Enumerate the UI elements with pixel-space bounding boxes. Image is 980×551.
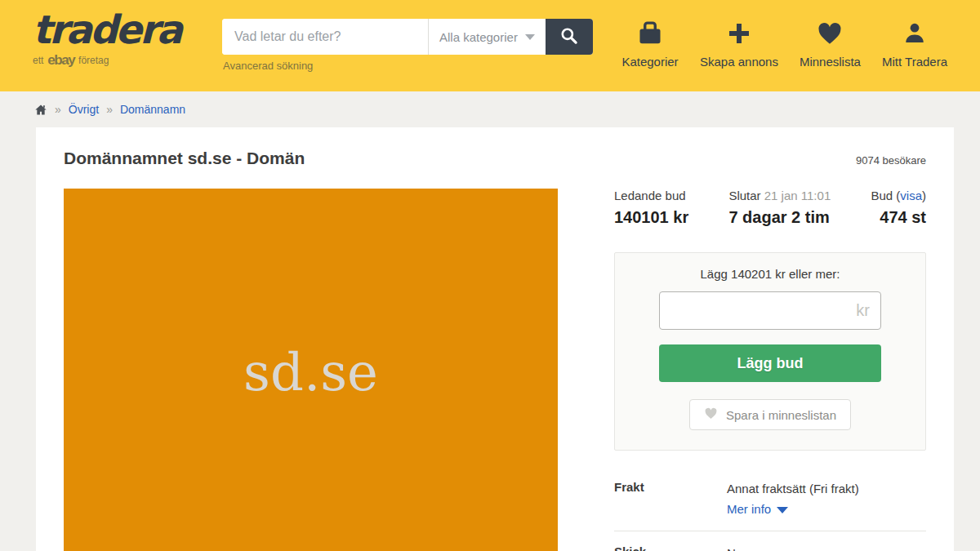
category-dropdown-label: Alla kategorier	[439, 30, 518, 44]
breadcrumb-separator: »	[106, 103, 113, 116]
listing-body: sd.se Ledande bud 140101 kr Slutar 21 ja…	[64, 189, 926, 551]
bid-prompt: Lägg 140201 kr eller mer:	[659, 267, 881, 281]
nav-item-my-tradera[interactable]: Mitt Tradera	[882, 21, 947, 69]
more-info-label: Mer info	[727, 500, 771, 518]
search-button[interactable]	[546, 19, 593, 55]
bids-value: 474 st	[871, 208, 926, 227]
top-navigation: Kategorier Skapa annons Minneslista	[621, 21, 947, 69]
condition-value: Ny	[727, 544, 742, 551]
leading-bid-label: Ledande bud	[614, 189, 688, 202]
save-button-label: Spara i minneslistan	[726, 408, 836, 422]
show-bids-link[interactable]: visa	[900, 189, 922, 202]
bid-amount-input[interactable]	[659, 291, 881, 330]
nav-label-my-tradera: Mitt Tradera	[882, 55, 947, 69]
search-bar: Alla kategorier	[222, 19, 593, 55]
listing-image-text: sd.se	[64, 342, 558, 402]
ends-time: 21 jan 11:01	[764, 189, 831, 202]
shipping-value: Annat fraktsätt (Fri frakt)	[727, 480, 859, 497]
place-bid-button[interactable]: Lägg bud	[659, 344, 881, 382]
visitor-count: 9074 besökare	[856, 154, 926, 167]
more-info-chevron-down-icon	[777, 507, 788, 513]
chevron-down-icon	[525, 34, 535, 40]
detail-divider	[614, 531, 926, 531]
bid-box: Lägg 140201 kr eller mer: Lägg bud Spara…	[614, 252, 926, 451]
bids-paren-close: )	[922, 189, 926, 202]
ends-label-text: Slutar	[728, 189, 760, 202]
ends-label: Slutar 21 jan 11:01	[728, 189, 831, 202]
nav-label-create-ad: Skapa annons	[700, 55, 778, 69]
top-header: tradera ett ebay företag Alla kategorier…	[0, 0, 980, 91]
save-button-wrap: Spara i minneslistan	[659, 399, 881, 430]
leading-bid-value: 140101 kr	[614, 208, 688, 227]
more-info-link[interactable]: Mer info	[727, 500, 859, 518]
detail-row-shipping: Frakt Annat fraktsätt (Fri frakt) Mer in…	[614, 480, 926, 518]
nav-item-create-ad[interactable]: Skapa annons	[700, 21, 778, 69]
breadcrumb: » Övrigt » Domännamn	[0, 91, 980, 127]
shipping-label: Frakt	[614, 480, 727, 518]
nav-item-categories[interactable]: Kategorier	[621, 21, 679, 69]
my-account-user-icon	[903, 21, 926, 46]
bids-label-text: Bud	[871, 189, 893, 202]
detail-row-condition: Skick Ny	[614, 544, 926, 551]
listing-card: Domännamnet sd.se - Domän 9074 besökare …	[36, 127, 954, 551]
home-icon[interactable]	[34, 104, 47, 116]
search-magnifier-icon	[559, 25, 580, 49]
page-title: Domännamnet sd.se - Domän	[64, 149, 305, 168]
listing-image[interactable]: sd.se	[64, 189, 558, 551]
advanced-search-link[interactable]: Avancerad sökning	[223, 60, 313, 72]
bids-label: Bud (visa)	[871, 189, 926, 202]
watchlist-heart-icon	[817, 21, 843, 46]
category-dropdown[interactable]: Alla kategorier	[428, 19, 546, 55]
save-to-watchlist-button[interactable]: Spara i minneslistan	[689, 399, 851, 430]
breadcrumb-link-ovrigt[interactable]: Övrigt	[69, 103, 99, 116]
tagline-prefix: ett	[33, 55, 43, 66]
nav-item-watchlist[interactable]: Minneslista	[800, 21, 861, 69]
ebay-company-tagline: ett ebay företag	[33, 52, 180, 69]
breadcrumb-link-domannamn[interactable]: Domännamn	[120, 103, 185, 116]
auction-panel: Ledande bud 140101 kr Slutar 21 jan 11:0…	[614, 189, 926, 551]
listing-details: Frakt Annat fraktsätt (Fri frakt) Mer in…	[614, 480, 926, 551]
tagline-suffix: företag	[78, 55, 109, 66]
stat-leading-bid: Ledande bud 140101 kr	[614, 189, 688, 227]
tradera-logo-text: tradera	[33, 8, 180, 51]
categories-box-icon	[637, 21, 663, 46]
ebay-logo: ebay	[47, 52, 74, 69]
condition-label: Skick	[614, 544, 727, 551]
auction-stats: Ledande bud 140101 kr Slutar 21 jan 11:0…	[614, 189, 926, 227]
breadcrumb-separator: »	[55, 103, 61, 116]
nav-label-categories: Kategorier	[621, 55, 678, 69]
search-input[interactable]	[222, 19, 428, 55]
nav-label-watchlist: Minneslista	[800, 55, 861, 69]
tradera-logo[interactable]: tradera ett ebay företag	[33, 8, 180, 69]
create-ad-plus-icon	[727, 21, 751, 46]
shipping-value-wrap: Annat fraktsätt (Fri frakt) Mer info	[727, 480, 859, 518]
stat-bids: Bud (visa) 474 st	[871, 189, 926, 227]
stat-ends: Slutar 21 jan 11:01 7 dagar 2 tim	[728, 189, 831, 227]
ends-value: 7 dagar 2 tim	[728, 208, 831, 227]
title-row: Domännamnet sd.se - Domän 9074 besökare	[64, 149, 926, 168]
save-heart-icon	[704, 407, 718, 422]
